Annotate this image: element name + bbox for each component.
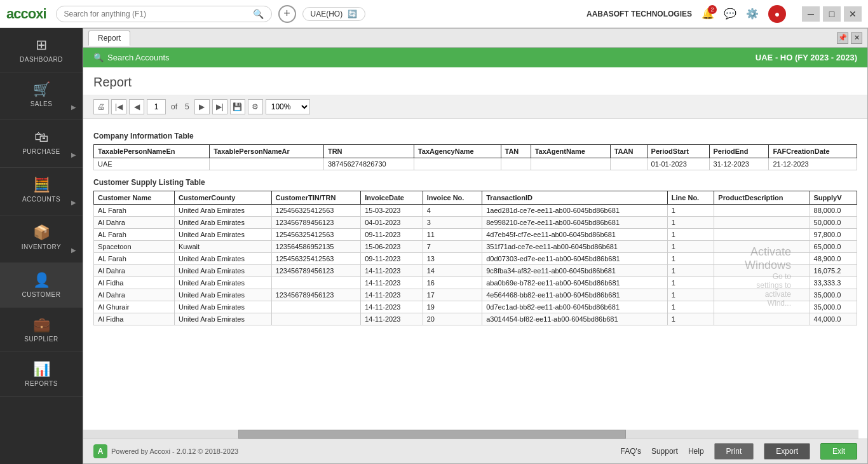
search-icon: 🔍 bbox=[93, 53, 104, 62]
sidebar-label-accounts: ACCOUNTS bbox=[22, 196, 60, 203]
table-cell bbox=[414, 158, 501, 170]
print-toolbar-button[interactable]: 🖨 bbox=[93, 99, 109, 114]
messages-icon[interactable]: 💬 bbox=[724, 8, 736, 20]
support-link[interactable]: Support bbox=[651, 447, 678, 456]
table-cell: 48,900.0 bbox=[810, 253, 857, 265]
exit-button[interactable]: Exit bbox=[820, 443, 857, 460]
table-cell: Al Dahra bbox=[94, 217, 175, 229]
sidebar-item-accounts[interactable]: 🧮 ACCOUNTS ▶ bbox=[0, 168, 83, 215]
print-button[interactable]: Print bbox=[714, 443, 754, 460]
table-cell: 4d7eb45f-cf7e-ee11-ab00-6045bd86b681 bbox=[482, 229, 668, 241]
table-cell: 09-11-2023 bbox=[361, 229, 423, 241]
report-title-bar: Report bbox=[83, 67, 867, 95]
company-name: AABASOFT TECHNOLOGIES bbox=[587, 10, 692, 18]
table-cell: 125456325412563 bbox=[271, 229, 361, 241]
customer-table-header-row: Customer Name CustomerCounty CustomerTIN… bbox=[94, 191, 857, 205]
report-window: Report 📌 ✕ 🔍 Search Accounts UAE - HO (F… bbox=[83, 28, 868, 464]
table-cell: 31-12-2023 bbox=[709, 158, 769, 170]
table-cell: 1aed281d-ce7e-ee11-ab00-6045bd86b681 bbox=[482, 205, 668, 217]
export-toolbar-button[interactable]: 💾 bbox=[230, 99, 245, 114]
maximize-button[interactable]: □ bbox=[823, 6, 841, 22]
sidebar-item-purchase[interactable]: 🛍 PURCHASE ▶ bbox=[0, 120, 83, 168]
table-cell: 1 bbox=[667, 217, 714, 229]
col-invoice-no: Invoice No. bbox=[423, 191, 482, 205]
minimize-button[interactable]: ─ bbox=[802, 6, 820, 22]
table-cell: 351f71ad-ce7e-ee11-ab00-6045bd86b681 bbox=[482, 241, 668, 253]
page-number-input[interactable]: 1 bbox=[147, 99, 166, 114]
table-cell: AL Farah bbox=[94, 229, 175, 241]
tab-close-button[interactable]: ✕ bbox=[851, 32, 862, 44]
table-cell: United Arab Emirates bbox=[175, 229, 272, 241]
table-cell: 1 bbox=[667, 241, 714, 253]
table-row: Al DahraUnited Arab Emirates123456789456… bbox=[94, 265, 857, 277]
table-cell bbox=[714, 277, 810, 289]
first-page-button[interactable]: |◀ bbox=[111, 99, 126, 114]
sidebar-item-reports[interactable]: 📊 REPORTS bbox=[0, 352, 83, 397]
horizontal-scrollbar[interactable] bbox=[83, 430, 858, 439]
table-cell: 7 bbox=[423, 241, 482, 253]
faqs-link[interactable]: FAQ's bbox=[621, 447, 641, 456]
sidebar-item-customer[interactable]: 👤 CUSTOMER bbox=[0, 263, 83, 308]
table-cell: 14-11-2023 bbox=[361, 289, 423, 301]
col-invoice-date: InvoiceDate bbox=[361, 191, 423, 205]
table-cell: Spacetoon bbox=[94, 241, 175, 253]
search-input[interactable] bbox=[64, 10, 253, 18]
close-app-button[interactable]: ✕ bbox=[844, 6, 862, 22]
table-cell: 14-11-2023 bbox=[361, 301, 423, 313]
table-cell: a3014454-bf82-ee11-ab00-6045bd86b681 bbox=[482, 313, 668, 325]
table-cell: 14-11-2023 bbox=[361, 265, 423, 277]
sidebar-label-supplier: SUPPLIER bbox=[24, 336, 58, 343]
search-accounts-button[interactable]: 🔍 Search Accounts bbox=[93, 53, 170, 62]
window-controls: ─ □ ✕ bbox=[802, 6, 862, 22]
horizontal-scroll-thumb[interactable] bbox=[238, 430, 626, 439]
table-cell: United Arab Emirates bbox=[175, 289, 272, 301]
col-taxable-person-name-ar: TaxablePersonNameAr bbox=[210, 145, 324, 158]
report-toolbar: 🖨 |◀ ◀ 1 of 5 ▶ ▶| 💾 ⚙ 100% 75% 125% 150… bbox=[83, 95, 867, 119]
report-body: Company Information Table TaxablePersonN… bbox=[83, 119, 867, 430]
table-cell bbox=[714, 265, 810, 277]
report-title: Report bbox=[93, 75, 857, 90]
prev-page-button[interactable]: ◀ bbox=[129, 99, 144, 114]
add-button[interactable]: + bbox=[278, 5, 296, 23]
table-cell bbox=[714, 253, 810, 265]
table-cell bbox=[531, 158, 610, 170]
search-bar[interactable]: 🔍 bbox=[56, 6, 272, 22]
sidebar-item-dashboard[interactable]: ⊞ DASHBOARD bbox=[0, 28, 83, 72]
export-button[interactable]: Export bbox=[764, 443, 810, 460]
refresh-toolbar-button[interactable]: ⚙ bbox=[248, 99, 263, 114]
report-header-bar: 🔍 Search Accounts UAE - HO (FY 2023 - 20… bbox=[83, 48, 867, 67]
sidebar-item-supplier[interactable]: 💼 SUPPLIER bbox=[0, 308, 83, 352]
col-period-start: PeriodStart bbox=[647, 145, 709, 158]
sidebar-item-inventory[interactable]: 📦 INVENTORY ▶ bbox=[0, 215, 83, 263]
table-cell: aba0b69e-b782-ee11-ab00-6045bd86b681 bbox=[482, 277, 668, 289]
sidebar-item-sales[interactable]: 🛒 SALES ▶ bbox=[0, 72, 83, 120]
tab-pin-button[interactable]: 📌 bbox=[837, 32, 848, 44]
avatar[interactable]: ● bbox=[768, 5, 786, 23]
notifications-icon[interactable]: 🔔 2 bbox=[702, 8, 714, 20]
zoom-select[interactable]: 100% 75% 125% 150% bbox=[266, 99, 310, 114]
table-cell: UAE bbox=[94, 158, 210, 170]
table-cell bbox=[714, 313, 810, 325]
table-cell: 123564586952135 bbox=[271, 241, 361, 253]
col-supply-v: SupplyV bbox=[810, 191, 857, 205]
tab-report[interactable]: Report bbox=[88, 31, 130, 46]
table-cell: 04-01-2023 bbox=[361, 217, 423, 229]
table-row: Al FidhaUnited Arab Emirates14-11-202316… bbox=[94, 277, 857, 289]
table-cell: 1 bbox=[667, 205, 714, 217]
sidebar-label-inventory: INVENTORY bbox=[22, 243, 61, 250]
table-cell: 1 bbox=[667, 229, 714, 241]
table-row: Al DahraUnited Arab Emirates123456789456… bbox=[94, 217, 857, 229]
help-link[interactable]: Help bbox=[688, 447, 704, 456]
topbar-right: AABASOFT TECHNOLOGIES 🔔 2 💬 ⚙️ ● ─ □ ✕ bbox=[587, 5, 862, 23]
table-row: Al FidhaUnited Arab Emirates14-11-202320… bbox=[94, 313, 857, 325]
company-selector[interactable]: UAE(HO) 🔄 bbox=[302, 7, 366, 21]
sidebar-label-customer: CUSTOMER bbox=[22, 291, 60, 298]
settings-icon[interactable]: ⚙️ bbox=[746, 8, 759, 20]
table-row: Al GhurairUnited Arab Emirates14-11-2023… bbox=[94, 301, 857, 313]
next-page-button[interactable]: ▶ bbox=[194, 99, 210, 114]
table-cell: 1 bbox=[667, 253, 714, 265]
col-tax-agency-name: TaxAgencyName bbox=[414, 145, 501, 158]
table-cell: 125456325412563 bbox=[271, 253, 361, 265]
last-page-button[interactable]: ▶| bbox=[212, 99, 227, 114]
table-cell: 35,000.0 bbox=[810, 289, 857, 301]
